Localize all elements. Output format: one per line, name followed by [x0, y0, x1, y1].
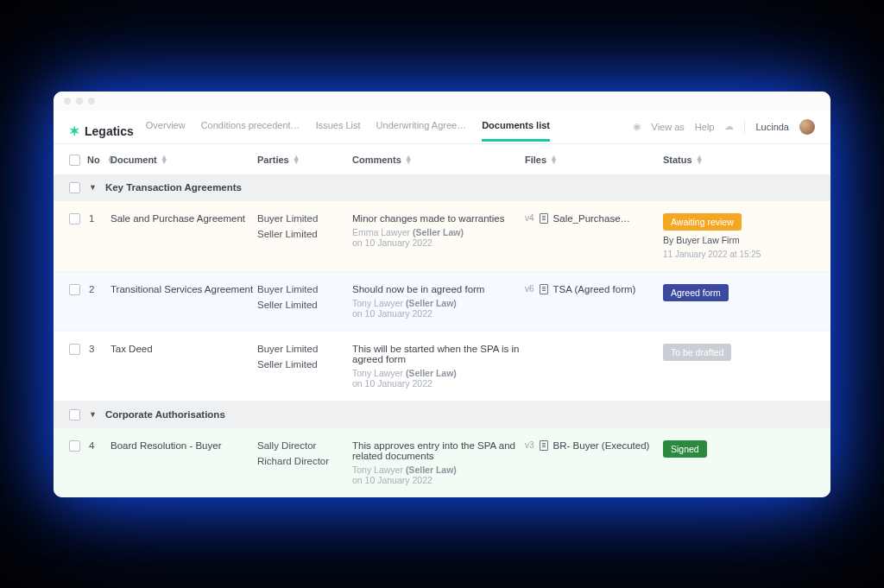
document-name: Sale and Purchase Agreement [110, 213, 257, 224]
nav-divider [744, 120, 745, 134]
status-badge[interactable]: To be drafted [663, 344, 731, 361]
status-badge[interactable]: Agreed form [663, 284, 729, 301]
col-document[interactable]: Document ▲▼ [110, 155, 257, 165]
section-title: Key Transaction Agreements [105, 182, 242, 193]
row-checkbox[interactable] [69, 213, 80, 224]
sort-icon[interactable]: ▲▼ [161, 155, 168, 164]
files-cell[interactable]: v3BR- Buyer (Executed) [525, 440, 663, 451]
party-name: Sally Director [257, 440, 352, 451]
table-header: No ▲▼ Document ▲▼ Parties ▲▼ Comments ▲▼… [54, 144, 830, 174]
window-titlebar [54, 92, 830, 111]
avatar[interactable] [799, 119, 815, 135]
sort-icon[interactable]: ▲▼ [405, 155, 413, 164]
status-badge[interactable]: Awaiting review [663, 213, 742, 231]
status-cell: Awaiting reviewBy Buyer Law Firm11 Janua… [663, 213, 784, 259]
section-header[interactable]: ▼Corporate Authorisations [54, 401, 830, 428]
parties-cell: Buyer LimitedSeller Limited [257, 213, 352, 244]
comments-cell: This approves entry into the SPA and rel… [352, 440, 525, 485]
cloud-icon[interactable]: ☁ [724, 121, 734, 132]
comment-date: on 10 January 2022 [352, 237, 525, 248]
col-status[interactable]: Status ▲▼ [663, 155, 784, 165]
comments-cell: This will be started when the SPA is in … [352, 344, 525, 389]
file-version: v6 [525, 284, 534, 294]
comment-text: This approves entry into the SPA and rel… [352, 440, 525, 461]
caret-down-icon[interactable]: ▼ [89, 183, 97, 192]
col-files[interactable]: Files ▲▼ [525, 155, 663, 165]
col-parties[interactable]: Parties ▲▼ [257, 155, 352, 165]
parties-cell: Buyer LimitedSeller Limited [257, 284, 352, 315]
caret-down-icon[interactable]: ▼ [89, 410, 97, 419]
files-cell[interactable]: v6TSA (Agreed form) [525, 284, 663, 294]
window-dot[interactable] [76, 98, 83, 104]
col-document-label: Document [110, 155, 157, 165]
view-as-link[interactable]: View as [652, 122, 685, 132]
files-cell[interactable]: v4Sale_Purchase… [525, 213, 663, 224]
nav-tab[interactable]: Issues List [316, 120, 361, 142]
section-checkbox[interactable] [69, 182, 80, 193]
row-number: 4 [89, 440, 94, 451]
party-name: Seller Limited [257, 359, 352, 370]
parties-cell: Buyer LimitedSeller Limited [257, 344, 352, 375]
nav-tab[interactable]: Conditions precedent… [201, 120, 300, 142]
comment-date: on 10 January 2022 [352, 308, 525, 319]
comment-meta: Emma Lawyer (Seller Law) [352, 227, 525, 237]
comment-text: Minor changes made to warranties [352, 213, 525, 224]
comments-cell: Minor changes made to warrantiesEmma Law… [352, 213, 525, 248]
document-name: Tax Deed [110, 344, 257, 354]
section-checkbox[interactable] [69, 409, 80, 420]
comment-date: on 10 January 2022 [352, 378, 525, 389]
col-no[interactable]: No ▲▼ [69, 155, 110, 166]
nav-tabs: OverviewConditions precedent…Issues List… [146, 120, 550, 142]
file-icon [540, 213, 548, 224]
brand-icon: ✶ [69, 123, 80, 139]
row-checkbox[interactable] [69, 284, 80, 295]
sort-icon[interactable]: ▲▼ [293, 155, 300, 164]
sort-icon[interactable]: ▲▼ [550, 155, 558, 164]
col-comments[interactable]: Comments ▲▼ [352, 155, 525, 165]
party-name: Seller Limited [257, 229, 352, 239]
party-name: Seller Limited [257, 300, 352, 310]
table-row[interactable]: 1Sale and Purchase AgreementBuyer Limite… [54, 201, 830, 272]
comment-meta: Tony Lawyer (Seller Law) [352, 298, 525, 308]
row-checkbox[interactable] [69, 344, 80, 355]
comment-meta: Tony Lawyer (Seller Law) [352, 368, 525, 378]
table-row[interactable]: 4Board Resolution - BuyerSally DirectorR… [54, 428, 830, 497]
nav-right: ◉ View as Help ☁ Lucinda [633, 119, 816, 143]
table-row[interactable]: 2Transitional Services AgreementBuyer Li… [54, 272, 830, 332]
nav-tab[interactable]: Overview [146, 120, 186, 142]
row-checkbox[interactable] [69, 440, 80, 452]
status-cell: Signed [663, 440, 784, 458]
help-link[interactable]: Help [695, 122, 715, 132]
file-name: BR- Buyer (Executed) [553, 440, 650, 451]
col-status-label: Status [663, 155, 692, 165]
col-no-label: No [87, 155, 100, 165]
documents-table: No ▲▼ Document ▲▼ Parties ▲▼ Comments ▲▼… [54, 144, 830, 497]
party-name: Buyer Limited [257, 284, 352, 294]
top-nav: ✶ Legatics OverviewConditions precedent…… [54, 111, 830, 144]
row-number: 2 [89, 284, 94, 294]
comment-meta: Tony Lawyer (Seller Law) [352, 465, 525, 475]
file-version: v4 [525, 213, 534, 223]
window-dot[interactable] [64, 98, 71, 104]
row-number: 1 [89, 213, 94, 224]
comment-text: This will be started when the SPA is in … [352, 344, 525, 364]
status-cell: Agreed form [663, 284, 784, 301]
party-name: Buyer Limited [257, 213, 352, 224]
file-icon [540, 440, 548, 451]
comment-date: on 10 January 2022 [352, 475, 525, 485]
table-row[interactable]: 3Tax DeedBuyer LimitedSeller LimitedThis… [54, 332, 830, 401]
party-name: Buyer Limited [257, 344, 352, 354]
section-header[interactable]: ▼Key Transaction Agreements [54, 174, 830, 201]
nav-tab[interactable]: Documents list [482, 120, 550, 142]
brand[interactable]: ✶ Legatics [69, 123, 134, 139]
window-dot[interactable] [88, 98, 95, 104]
eye-icon: ◉ [633, 121, 641, 132]
file-name: Sale_Purchase… [553, 213, 631, 224]
nav-tab[interactable]: Underwriting Agree… [376, 120, 467, 142]
status-badge[interactable]: Signed [663, 440, 707, 458]
party-name: Richard Director [257, 456, 352, 466]
file-icon [540, 284, 548, 294]
user-name[interactable]: Lucinda [755, 122, 789, 132]
select-all-checkbox[interactable] [69, 155, 80, 166]
sort-icon[interactable]: ▲▼ [696, 155, 704, 164]
